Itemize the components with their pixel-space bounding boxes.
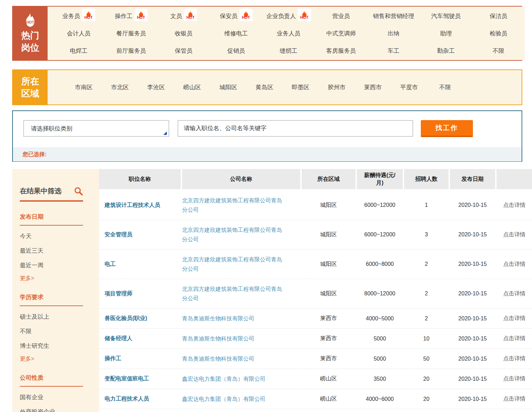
hot-job-link[interactable]: 中式烹调师 xyxy=(326,30,356,37)
hot-job-link[interactable]: 保管员 xyxy=(175,47,193,55)
district-link[interactable]: 即墨区 xyxy=(283,83,319,91)
company-link[interactable]: 北京四方建欣建筑装饰工程有限公司青岛分公司 xyxy=(182,225,284,244)
table-header-cell: 招聘人数 xyxy=(404,169,449,189)
job-detail-link[interactable]: 点击详情 xyxy=(497,202,532,209)
hot-job-link[interactable]: 出纳 xyxy=(388,30,400,37)
company-link[interactable]: 青岛奥迪斯生物科技有限公司 xyxy=(182,314,284,323)
table-row: 建筑设计工程技术人员北京四方建欣建筑装饰工程有限公司青岛分公司城阳区6000~1… xyxy=(99,191,532,220)
job-title-link[interactable]: 电工 xyxy=(99,261,181,268)
hot-job-link[interactable]: 缝纫工 xyxy=(280,47,297,55)
district-link[interactable]: 市北区 xyxy=(102,83,138,91)
job-detail-link[interactable]: 点击详情 xyxy=(497,335,532,342)
company-link[interactable]: 北京四方建欣建筑装饰工程有限公司青岛分公司 xyxy=(182,284,284,303)
table-body: 建筑设计工程技术人员北京四方建欣建筑装饰工程有限公司青岛分公司城阳区6000~1… xyxy=(99,191,532,409)
filter-option[interactable]: 国有企业 xyxy=(20,393,95,401)
district-link[interactable]: 崂山区 xyxy=(174,83,210,91)
job-detail-link[interactable]: 点击详情 xyxy=(497,315,532,322)
company-link[interactable]: 鑫宏达电力集团（青岛）有限公司 xyxy=(182,374,284,384)
company-link[interactable]: 鑫宏达电力集团（青岛）有限公司 xyxy=(182,394,284,404)
company-link[interactable]: 北京四方建欣建筑装饰工程有限公司青岛分公司 xyxy=(182,196,284,215)
hot-job-item: 前厅服务员 xyxy=(105,47,157,55)
job-detail-link[interactable]: 点击详情 xyxy=(497,375,532,382)
job-detail-link[interactable]: 点击详情 xyxy=(497,290,532,297)
district-link[interactable]: 城阳区 xyxy=(210,83,246,91)
hot-job-link[interactable]: 前厅服务员 xyxy=(116,47,146,55)
company-link[interactable]: 北京四方建欣建筑装饰工程有限公司青岛分公司 xyxy=(182,255,284,274)
job-title-link[interactable]: 建筑设计工程技术人员 xyxy=(99,202,181,209)
hot-job-item: 出纳 xyxy=(367,30,420,37)
hot-job-link[interactable]: 车工 xyxy=(388,47,400,55)
filter-option[interactable]: 最近一周 xyxy=(20,261,95,269)
job-count: 10 xyxy=(404,336,449,342)
hot-job-link[interactable]: 业务人员 xyxy=(277,30,301,37)
job-date: 2020-10-15 xyxy=(450,261,495,267)
job-title-link[interactable]: 项目管理师 xyxy=(99,290,181,297)
hot-job-link[interactable]: 不限 xyxy=(493,47,505,55)
hot-job-link[interactable]: 文员 xyxy=(170,12,182,20)
hot-job-link[interactable]: 客房服务员 xyxy=(326,47,356,55)
job-date: 2020-10-15 xyxy=(450,356,495,362)
district-link[interactable]: 平度市 xyxy=(391,83,427,91)
hot-jobs-panel-title: 热门岗位 xyxy=(21,30,40,54)
hot-job-link[interactable]: 电焊工 xyxy=(70,47,88,55)
company-link[interactable]: 青岛奥迪斯生物科技有限公司 xyxy=(182,334,284,343)
hot-job-link[interactable]: 餐厅服务员 xyxy=(116,30,146,37)
filter-option[interactable]: 硕士及以上 xyxy=(20,313,95,321)
table-row: 变配电室值班电工鑫宏达电力集团（青岛）有限公司崂山区3500202020-10-… xyxy=(99,369,532,389)
hot-job-link[interactable]: 营业员 xyxy=(332,12,350,20)
hot-badge-text: HOT xyxy=(84,16,92,19)
job-detail-link[interactable]: 点击详情 xyxy=(497,395,532,403)
more-link[interactable]: 更多> xyxy=(20,275,95,282)
job-title-link[interactable]: 变配电室值班电工 xyxy=(99,375,181,382)
hot-job-item: 操作工HOT xyxy=(105,10,157,22)
hot-job-link[interactable]: 企业负责人 xyxy=(267,12,296,20)
job-title-link[interactable]: 操作工 xyxy=(99,355,181,362)
job-title-link[interactable]: 电力工程技术人员 xyxy=(99,395,181,403)
hot-job-link[interactable]: 收银员 xyxy=(175,30,193,37)
job-detail-link[interactable]: 点击详情 xyxy=(497,355,532,362)
hot-job-link[interactable]: 维修电工 xyxy=(224,30,248,37)
job-region: 城阳区 xyxy=(302,290,355,297)
hot-job-link[interactable]: 汽车驾驶员 xyxy=(431,12,461,20)
hot-job-item: 保安员HOT xyxy=(210,10,262,22)
hot-job-link[interactable]: 助理 xyxy=(440,30,452,37)
search-icon[interactable] xyxy=(74,187,83,196)
more-link[interactable]: 更多> xyxy=(20,355,95,363)
keyword-search-input[interactable] xyxy=(178,120,413,137)
district-link[interactable]: 莱西市 xyxy=(355,83,391,91)
hot-job-link[interactable]: 检验员 xyxy=(490,30,507,37)
filter-option[interactable]: 今天 xyxy=(20,232,95,240)
company-link[interactable]: 青岛奥迪斯生物科技有限公司 xyxy=(182,354,284,363)
hot-job-link[interactable]: 会计人员 xyxy=(67,30,91,37)
hot-job-link[interactable]: 保洁员 xyxy=(490,12,507,20)
filter-section-title: 公司性质 xyxy=(20,374,95,382)
job-region: 莱西市 xyxy=(302,335,355,342)
district-link[interactable]: 市南区 xyxy=(66,83,102,91)
district-link[interactable]: 李沧区 xyxy=(138,83,174,91)
job-category-select[interactable]: 请选择职位类别 ◢ xyxy=(23,120,169,137)
filter-option[interactable]: 不限 xyxy=(20,327,95,335)
job-title-link[interactable]: 储备经理人 xyxy=(99,335,181,342)
hot-job-link[interactable]: 促销员 xyxy=(227,47,245,55)
filter-option[interactable]: 博士研究生 xyxy=(20,342,95,350)
district-link[interactable]: 不限 xyxy=(427,83,463,91)
filter-sidebar-title: 在结果中筛选 xyxy=(20,186,62,196)
job-title-link[interactable]: 兽医化验员(职业) xyxy=(99,315,181,322)
job-count: 2 xyxy=(404,316,449,322)
hot-job-item: 营业员 xyxy=(315,12,367,20)
hot-job-link[interactable]: 保安员 xyxy=(220,12,238,20)
hot-job-link[interactable]: 操作工 xyxy=(115,12,133,20)
job-detail-link[interactable]: 点击详情 xyxy=(497,261,532,268)
filter-option[interactable]: 外商投资企业 xyxy=(20,408,95,412)
hot-job-link[interactable]: 业务员 xyxy=(63,12,80,20)
table-header-cell: 公司名称 xyxy=(182,169,300,189)
district-link[interactable]: 胶州市 xyxy=(319,83,355,91)
job-title-link[interactable]: 安全管理员 xyxy=(99,231,181,238)
hot-job-link[interactable]: 销售和营销经理 xyxy=(373,12,414,20)
job-detail-link[interactable]: 点击详情 xyxy=(497,231,532,238)
hot-job-link[interactable]: 勤杂工 xyxy=(437,47,455,55)
filter-option[interactable]: 最近三天 xyxy=(20,247,95,255)
district-link[interactable]: 黄岛区 xyxy=(246,83,283,91)
find-job-button[interactable]: 找工作 xyxy=(421,120,473,137)
hot-job-item: 维修电工 xyxy=(210,30,262,37)
